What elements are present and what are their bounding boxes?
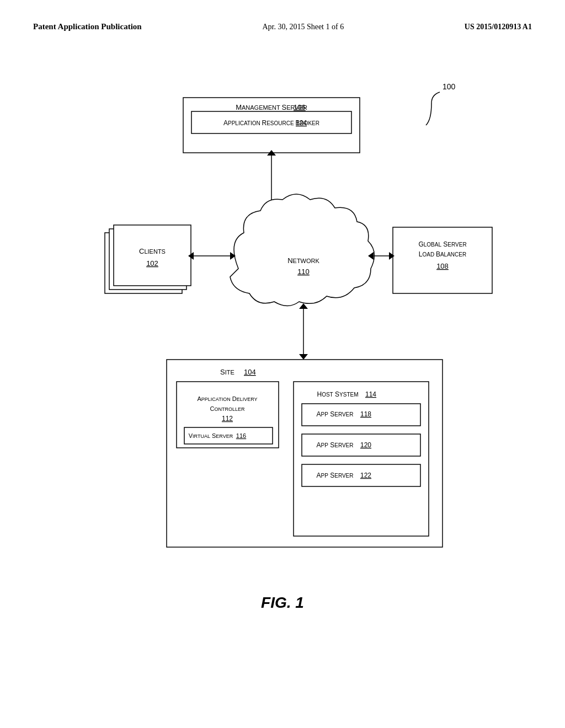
network-label: NETWORK: [287, 256, 319, 265]
arrowhead-up-site: [299, 303, 308, 309]
app-server-118-ref: 118: [360, 410, 371, 418]
diagram-container: 100 MANAGEMENT SERVER 106 APPLICATION RE…: [45, 65, 520, 572]
host-label: HOST SYSTEM: [317, 390, 358, 398]
site-ref: 104: [244, 368, 256, 376]
clients-label: CLIENTS: [139, 247, 166, 255]
diagram-svg: 100 MANAGEMENT SERVER 106 APPLICATION RE…: [45, 65, 520, 572]
network-ref: 110: [297, 267, 310, 276]
mgmt-server-ref: 106: [294, 103, 306, 111]
gslb-label-1: GLOBAL SERVER: [418, 240, 466, 248]
app-server-122-ref: 122: [360, 472, 371, 479]
header-left: Patent Application Publication: [33, 22, 142, 31]
app-server-122-label: APP SERVER: [317, 472, 354, 479]
arrowhead-down-site: [299, 354, 308, 360]
app-server-120-label: APP SERVER: [317, 441, 354, 449]
site-label: SITE: [220, 368, 234, 376]
header-center: Apr. 30, 2015 Sheet 1 of 6: [262, 23, 344, 31]
app-server-118-label: APP SERVER: [317, 410, 354, 418]
clients-ref: 102: [146, 259, 158, 267]
host-ref: 114: [365, 390, 376, 398]
vs-label: VIRTUAL SERVER: [189, 432, 233, 439]
gslb-box: [393, 227, 492, 293]
adc-label-2: CONTROLLER: [210, 405, 245, 412]
vs-ref: 116: [236, 432, 246, 439]
app-server-120-ref: 120: [360, 441, 371, 449]
figure-label: FIG. 1: [33, 594, 532, 612]
adc-label-1: APPLICATION DELIVERY: [197, 395, 257, 402]
page-header: Patent Application Publication Apr. 30, …: [33, 22, 532, 31]
gslb-label-2: LOAD BALANCER: [419, 250, 466, 258]
gslb-ref: 108: [436, 262, 449, 270]
page: Patent Application Publication Apr. 30, …: [0, 0, 565, 728]
network-cloud: NETWORK 110: [230, 194, 374, 306]
adc-ref: 112: [222, 415, 233, 422]
clients-box: [114, 225, 191, 286]
arb-ref: 124: [296, 119, 307, 127]
ref-100-label: 100: [443, 82, 456, 91]
header-right: US 2015/0120913 A1: [465, 23, 532, 31]
